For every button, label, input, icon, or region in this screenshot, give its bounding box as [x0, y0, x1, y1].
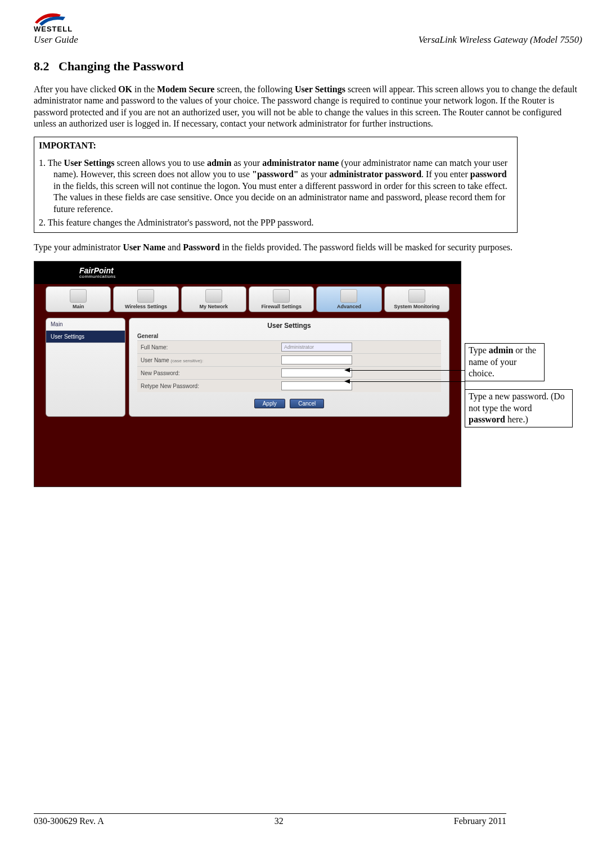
- nav-advanced[interactable]: Advanced: [316, 286, 381, 312]
- side-main[interactable]: Main: [46, 318, 125, 331]
- nav-system[interactable]: System Monitoring: [384, 286, 449, 312]
- side-panel: Main User Settings: [46, 318, 125, 417]
- intro-paragraph: After you have clicked OK in the Modem S…: [34, 84, 582, 130]
- fairpoint-logo: FairPoint communications: [79, 267, 116, 279]
- firewall-icon: [273, 289, 290, 303]
- cancel-button[interactable]: Cancel: [290, 399, 324, 408]
- username-input[interactable]: [281, 355, 352, 364]
- row-fullname: Full Name: Administrator: [137, 340, 441, 353]
- side-user-settings[interactable]: User Settings: [46, 331, 125, 343]
- callout-line-2b: [388, 381, 465, 404]
- panel-title: User Settings: [137, 322, 441, 330]
- advanced-icon: [340, 289, 357, 303]
- callout-password: Type a new password. (Do not type the wo…: [465, 389, 573, 427]
- wireless-icon: [137, 289, 154, 303]
- nav-firewall[interactable]: Firewall Settings: [249, 286, 314, 312]
- important-box: IMPORTANT: 1. The User Settings screen a…: [34, 137, 518, 233]
- router-ui-figure: FairPoint communications Main Wireless S…: [34, 261, 461, 487]
- apply-button[interactable]: Apply: [254, 399, 285, 408]
- nav-main[interactable]: Main: [46, 286, 111, 312]
- figure-topbar: FairPoint communications: [34, 262, 461, 284]
- header-right: VersaLink Wireless Gateway (Model 7550): [419, 34, 582, 46]
- callout-username: Type admin or the name of your choice.: [465, 343, 545, 381]
- retype-password-input[interactable]: [281, 381, 352, 390]
- row-newpw: New Password:: [137, 366, 441, 379]
- document-page: WESTELL User Guide VersaLink Wireless Ga…: [0, 0, 616, 842]
- important-item-2: 2. This feature changes the Administrato…: [39, 217, 512, 228]
- network-icon: [205, 289, 222, 303]
- type-instruction: Type your administrator User Name and Pa…: [34, 242, 582, 253]
- nav-mynetwork[interactable]: My Network: [181, 286, 246, 312]
- section-number: 8.2: [34, 59, 59, 74]
- footer-left: 030-300629 Rev. A: [34, 816, 104, 826]
- section-heading: 8.2Changing the Password: [34, 59, 582, 74]
- footer-center: 32: [275, 816, 284, 826]
- running-header: User Guide VersaLink Wireless Gateway (M…: [34, 34, 582, 46]
- important-label: IMPORTANT:: [39, 141, 512, 151]
- row-username: User Name (case sensitive):: [137, 353, 441, 366]
- important-item-1: 1. The User Settings screen allows you t…: [39, 157, 512, 215]
- screenshot-with-callouts: FairPoint communications Main Wireless S…: [34, 261, 582, 503]
- brand-text: WESTELL: [34, 25, 582, 33]
- section-title-text: Changing the Password: [59, 59, 183, 73]
- nav-wireless[interactable]: Wireless Settings: [113, 286, 178, 312]
- general-label: General: [137, 333, 441, 339]
- westell-logo: WESTELL: [34, 11, 582, 33]
- callout-line-1: [349, 370, 465, 371]
- callout-line-2a: [349, 381, 388, 382]
- footer-right: February 2011: [454, 816, 506, 826]
- header-left: User Guide: [34, 34, 78, 46]
- arrow-icon: [344, 379, 350, 384]
- new-password-input[interactable]: [281, 368, 352, 377]
- fullname-input[interactable]: Administrator: [281, 343, 352, 352]
- page-footer: 030-300629 Rev. A 32 February 2011: [34, 813, 582, 826]
- arrow-icon: [344, 368, 350, 372]
- home-icon: [70, 289, 87, 303]
- nav-row: Main Wireless Settings My Network Firewa…: [34, 284, 461, 314]
- monitor-icon: [408, 289, 425, 303]
